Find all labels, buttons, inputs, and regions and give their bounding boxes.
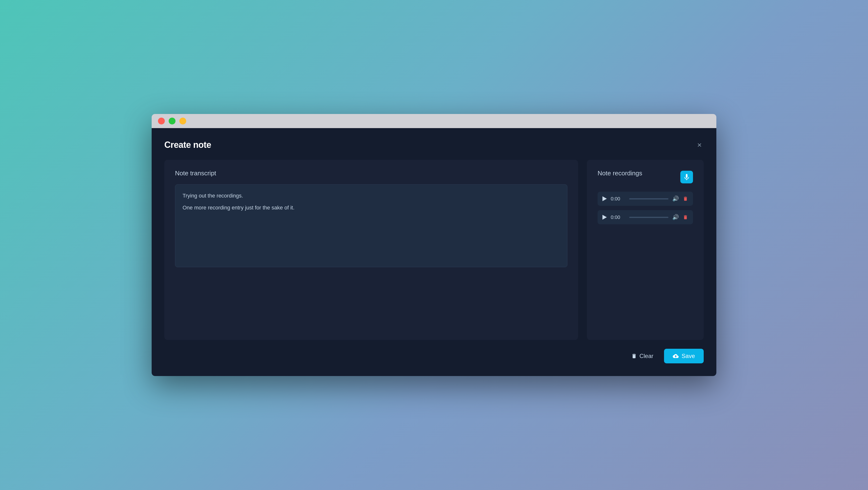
play-triangle-icon-2	[602, 215, 607, 220]
clear-trash-icon	[631, 353, 637, 359]
modal-title: Create note	[164, 140, 211, 150]
audio-player-1: 0:00 🔊	[597, 192, 693, 206]
volume-icon-2: 🔊	[672, 214, 679, 221]
play-button-1[interactable]	[602, 196, 607, 201]
modal-footer: Clear Save	[164, 349, 704, 363]
save-button[interactable]: Save	[664, 349, 704, 363]
modal-container: Create note × Note transcript Trying out…	[152, 128, 716, 376]
modal-body: Note transcript Trying out the recording…	[164, 160, 704, 340]
left-panel: Note transcript Trying out the recording…	[164, 160, 578, 340]
modal-close-button[interactable]: ×	[695, 140, 704, 150]
time-display-1: 0:00	[611, 196, 625, 202]
save-upload-icon	[673, 353, 679, 359]
audio-player-2: 0:00 🔊	[597, 210, 693, 224]
close-traffic-light[interactable]	[158, 118, 165, 124]
recordings-header: Note recordings	[597, 170, 693, 184]
mic-record-button[interactable]	[680, 171, 693, 183]
modal-header: Create note ×	[164, 140, 704, 150]
play-triangle-icon-1	[602, 196, 607, 201]
clear-button[interactable]: Clear	[625, 349, 659, 363]
mic-icon	[683, 174, 690, 180]
app-window: Create note × Note transcript Trying out…	[152, 114, 716, 376]
right-panel: Note recordings 0:00 🔊	[587, 160, 704, 340]
trash-icon-2	[683, 214, 688, 220]
maximize-traffic-light[interactable]	[179, 118, 186, 124]
delete-recording-1[interactable]	[683, 196, 688, 201]
title-bar	[152, 114, 716, 128]
time-display-2: 0:00	[611, 214, 625, 220]
play-button-2[interactable]	[602, 215, 607, 220]
trash-icon-1	[683, 196, 688, 201]
delete-recording-2[interactable]	[683, 214, 688, 220]
minimize-traffic-light[interactable]	[169, 118, 176, 124]
progress-bar-2[interactable]	[629, 217, 669, 218]
transcript-area[interactable]: Trying out the recordings. One more reco…	[175, 184, 567, 267]
progress-bar-1[interactable]	[629, 198, 669, 199]
save-label: Save	[682, 353, 695, 359]
recordings-panel-title: Note recordings	[597, 170, 642, 177]
clear-label: Clear	[640, 353, 653, 359]
transcript-line-1: Trying out the recordings.	[183, 192, 560, 200]
transcript-panel-title: Note transcript	[175, 170, 567, 177]
volume-icon-1: 🔊	[672, 196, 679, 202]
transcript-line-2: One more recording entry just for the sa…	[183, 203, 560, 212]
